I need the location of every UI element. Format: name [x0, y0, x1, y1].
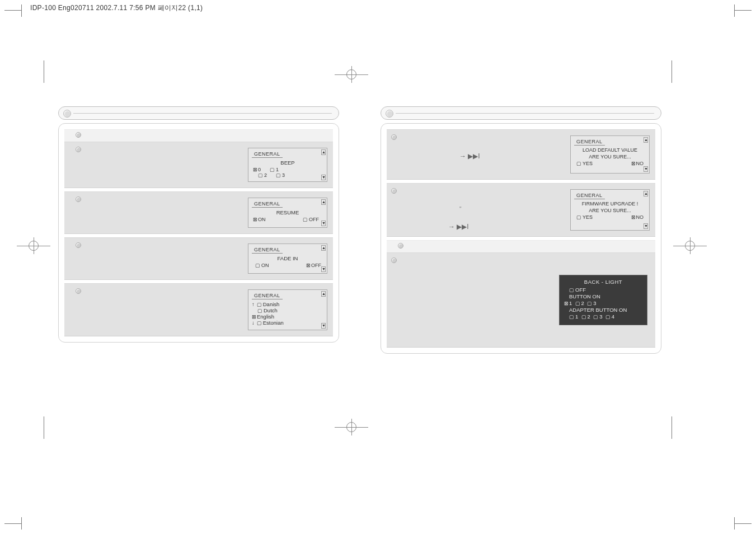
firmware-no[interactable]: NO: [631, 214, 644, 220]
lcd-load-default: ▲ ▼ GENERAL LOAD DEFAULT VALUE ARE YOU S…: [570, 135, 650, 174]
lang-danish[interactable]: Danish: [257, 301, 280, 307]
crop-mark: [44, 60, 44, 83]
backlight-btn-1[interactable]: 1: [564, 300, 572, 306]
backlight-off[interactable]: OFF: [569, 287, 586, 293]
press-next-icon: → ▶▶I: [448, 223, 469, 231]
backlight-adapter-label: ADAPTER BUTTON ON: [569, 307, 642, 313]
lcd-line2: ARE YOU SURE...: [574, 154, 646, 160]
crop-mark: [672, 416, 672, 439]
lang-dutch[interactable]: Dutch: [257, 307, 278, 313]
scroll-down-icon: ▼: [321, 323, 326, 329]
section-head: [64, 129, 333, 142]
page-body: ▲ ▼ GENERAL BEEP 0 1 2 3 ▲ ▼ GENERAL: [58, 123, 339, 343]
bullet-icon: [76, 242, 81, 248]
scroll-down-icon: ▼: [321, 175, 326, 180]
scroll-up-icon: ▲: [644, 191, 648, 196]
firmware-yes[interactable]: YES: [576, 214, 593, 220]
resume-opt-on[interactable]: ON: [253, 217, 266, 222]
backlight-btn-2[interactable]: 2: [575, 300, 584, 306]
step-beep: ▲ ▼ GENERAL BEEP 0 1 2 3: [64, 142, 333, 188]
print-header: IDP-100 Eng020711 2002.7.11 7:56 PM 페이지2…: [30, 3, 203, 13]
bullet-icon: [391, 257, 397, 263]
scroll-up-icon: ▲: [321, 149, 326, 155]
lcd-tab: GENERAL: [574, 139, 605, 146]
lcd-backlight: BACK - LIGHT OFF BUTTON ON 1 2 3 ADAPTER…: [559, 275, 647, 325]
lcd-title: RESUME: [252, 209, 323, 216]
page-body: → ▶▶I ▲ ▼ GENERAL LOAD DEFAULT VALUE ARE…: [381, 123, 661, 354]
crop-mark: [734, 517, 735, 530]
lcd-beep: ▲ ▼ GENERAL BEEP 0 1 2 3: [248, 148, 327, 182]
beep-opt-0[interactable]: 0: [253, 167, 261, 172]
fadein-opt-on[interactable]: ON: [255, 263, 269, 268]
page-header-pill: [58, 106, 339, 120]
lcd-fadein: ▲ ▼ GENERAL FADE IN ON OFF: [248, 243, 327, 274]
crop-mark: [21, 517, 22, 530]
scroll-down-icon: ▼: [644, 223, 648, 229]
scroll-down-icon: ▼: [321, 266, 326, 272]
backlight-btn-3[interactable]: 3: [587, 300, 596, 306]
lcd-resume: ▲ ▼ GENERAL RESUME ON OFF: [248, 198, 327, 228]
beep-opt-3[interactable]: 3: [276, 172, 285, 178]
lcd-line2: ARE YOU SURE...: [574, 208, 646, 213]
step-load-default: → ▶▶I ▲ ▼ GENERAL LOAD DEFAULT VALUE ARE…: [387, 129, 655, 180]
load-default-yes[interactable]: YES: [576, 161, 593, 166]
backlight-adp-2[interactable]: 2: [581, 313, 590, 320]
scroll-up-icon: ▲: [321, 199, 326, 205]
lcd-tab: GENERAL: [252, 293, 283, 299]
scroll-down-icon: ▼: [321, 221, 326, 226]
crop-mark: [735, 523, 752, 524]
section-head: [387, 240, 655, 252]
backlight-adp-4[interactable]: 4: [605, 313, 614, 320]
backlight-button-on-label: BUTTON ON: [569, 293, 642, 300]
crop-mark: [21, 4, 22, 17]
crop-mark: [735, 10, 752, 11]
step-backlight: BACK - LIGHT OFF BUTTON ON 1 2 3 ADAPTER…: [387, 252, 655, 348]
scroll-up-icon: ▲: [321, 291, 326, 297]
lcd-tab: GENERAL: [252, 151, 283, 158]
crop-mark: [4, 10, 21, 11]
press-next-icon: → ▶▶I: [459, 152, 480, 160]
step-fadein: ▲ ▼ GENERAL FADE IN ON OFF: [64, 237, 333, 280]
lcd-line1: LOAD DEFAULT VALUE: [574, 147, 646, 153]
page-right: → ▶▶I ▲ ▼ GENERAL LOAD DEFAULT VALUE ARE…: [381, 106, 661, 354]
lcd-language: ▲ ▼ GENERAL Danish Dutch English Estonia…: [248, 289, 327, 330]
scroll-up-icon: ▲: [644, 137, 648, 143]
bullet-icon: [391, 134, 397, 140]
backlight-title: BACK - LIGHT: [564, 279, 642, 285]
beep-opt-1[interactable]: 1: [270, 167, 279, 172]
lcd-tab: GENERAL: [252, 201, 283, 208]
beep-opt-2[interactable]: 2: [258, 172, 267, 178]
backlight-adp-1[interactable]: 1: [569, 313, 578, 320]
lcd-firmware: ▲ ▼ GENERAL FIRMWARE UPGRADE ! ARE YOU S…: [570, 189, 650, 231]
lcd-tab: GENERAL: [574, 193, 605, 199]
lang-estonian[interactable]: Estonian: [257, 320, 284, 326]
scroll-down-icon: ▼: [644, 166, 648, 172]
load-default-no[interactable]: NO: [631, 161, 644, 166]
lcd-tab: GENERAL: [252, 247, 283, 254]
page-header-pill: [381, 106, 661, 120]
step-firmware: " → ▶▶I ▲ ▼ GENERAL FIRMWARE UPGRADE ! A…: [387, 183, 655, 237]
lcd-title: FADE IN: [252, 255, 323, 261]
lcd-title: BEEP: [252, 160, 323, 166]
resume-opt-off[interactable]: OFF: [303, 217, 319, 222]
bullet-icon: [76, 147, 81, 152]
quote-mark: ": [459, 206, 462, 212]
lang-english[interactable]: English: [252, 313, 274, 320]
crop-mark: [734, 4, 735, 17]
bullet-icon: [76, 196, 81, 202]
page-left: ▲ ▼ GENERAL BEEP 0 1 2 3 ▲ ▼ GENERAL: [58, 106, 339, 343]
lcd-line1: FIRMWARE UPGRADE !: [574, 201, 646, 207]
scroll-up-icon: ▲: [321, 245, 326, 251]
fadein-opt-off[interactable]: OFF: [306, 263, 321, 268]
step-language: ▲ ▼ GENERAL Danish Dutch English Estonia…: [64, 283, 333, 336]
crop-mark: [4, 523, 21, 524]
bullet-icon: [76, 288, 81, 294]
bullet-icon: [391, 188, 397, 194]
step-resume: ▲ ▼ GENERAL RESUME ON OFF: [64, 191, 333, 234]
backlight-adp-3[interactable]: 3: [593, 313, 602, 320]
crop-mark: [672, 60, 672, 83]
crop-mark: [44, 416, 44, 439]
